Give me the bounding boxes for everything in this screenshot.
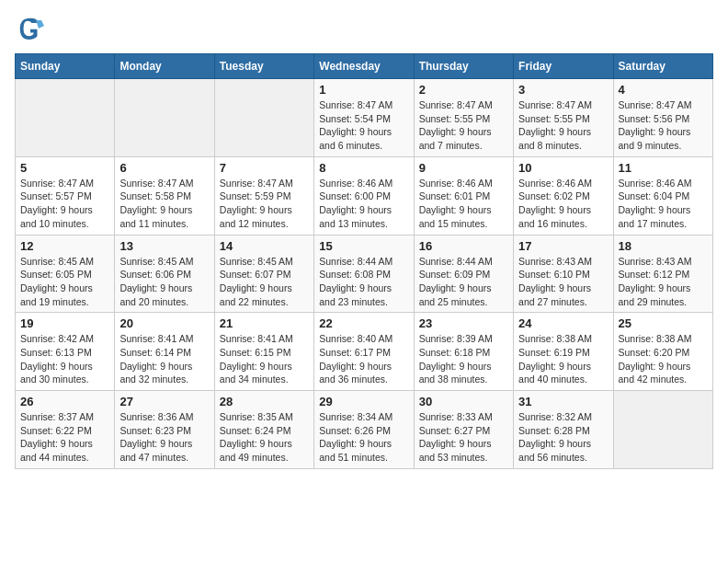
day-info: Sunrise: 8:32 AM Sunset: 6:28 PM Dayligh…: [518, 410, 608, 465]
day-number: 12: [20, 239, 109, 253]
day-number: 23: [419, 316, 508, 330]
day-info: Sunrise: 8:34 AM Sunset: 6:26 PM Dayligh…: [319, 410, 408, 465]
day-number: 30: [419, 395, 508, 408]
day-info: Sunrise: 8:33 AM Sunset: 6:27 PM Dayligh…: [419, 410, 508, 465]
calendar-cell: 26Sunrise: 8:37 AM Sunset: 6:22 PM Dayli…: [16, 391, 115, 469]
day-number: 18: [619, 239, 708, 253]
calendar-cell: [613, 391, 712, 469]
calendar-cell: 9Sunrise: 8:46 AM Sunset: 6:01 PM Daylig…: [414, 156, 513, 235]
day-info: Sunrise: 8:43 AM Sunset: 6:10 PM Dayligh…: [518, 255, 608, 309]
day-info: Sunrise: 8:45 AM Sunset: 6:05 PM Dayligh…: [20, 255, 109, 309]
day-info: Sunrise: 8:44 AM Sunset: 6:08 PM Dayligh…: [319, 255, 408, 309]
day-number: 25: [619, 316, 708, 330]
day-info: Sunrise: 8:47 AM Sunset: 5:56 PM Dayligh…: [619, 98, 708, 153]
calendar-cell: 8Sunrise: 8:46 AM Sunset: 6:00 PM Daylig…: [314, 156, 414, 235]
calendar-cell: 25Sunrise: 8:38 AM Sunset: 6:20 PM Dayli…: [613, 313, 712, 391]
calendar-cell: 19Sunrise: 8:42 AM Sunset: 6:13 PM Dayli…: [16, 313, 115, 391]
calendar-header-saturday: Saturday: [613, 54, 712, 79]
day-info: Sunrise: 8:38 AM Sunset: 6:20 PM Dayligh…: [619, 332, 708, 386]
day-info: Sunrise: 8:47 AM Sunset: 5:58 PM Dayligh…: [119, 177, 209, 231]
day-info: Sunrise: 8:44 AM Sunset: 6:09 PM Dayligh…: [419, 255, 508, 309]
day-number: 24: [518, 316, 608, 330]
day-number: 19: [20, 316, 109, 330]
calendar-cell: 15Sunrise: 8:44 AM Sunset: 6:08 PM Dayli…: [314, 235, 414, 313]
calendar-cell: 7Sunrise: 8:47 AM Sunset: 5:59 PM Daylig…: [214, 156, 313, 235]
day-number: 1: [319, 83, 408, 97]
day-info: Sunrise: 8:40 AM Sunset: 6:17 PM Dayligh…: [319, 332, 408, 386]
day-info: Sunrise: 8:45 AM Sunset: 6:06 PM Dayligh…: [119, 255, 209, 309]
day-info: Sunrise: 8:46 AM Sunset: 6:02 PM Dayligh…: [518, 177, 608, 231]
day-number: 8: [319, 161, 408, 175]
day-info: Sunrise: 8:39 AM Sunset: 6:18 PM Dayligh…: [419, 332, 508, 386]
day-number: 14: [220, 239, 309, 253]
calendar-cell: 12Sunrise: 8:45 AM Sunset: 6:05 PM Dayli…: [16, 235, 115, 313]
day-info: Sunrise: 8:46 AM Sunset: 6:00 PM Dayligh…: [319, 177, 408, 231]
day-info: Sunrise: 8:45 AM Sunset: 6:07 PM Dayligh…: [220, 255, 309, 309]
calendar-cell: 2Sunrise: 8:47 AM Sunset: 5:55 PM Daylig…: [414, 79, 513, 157]
day-info: Sunrise: 8:42 AM Sunset: 6:13 PM Dayligh…: [20, 332, 109, 386]
logo: [15, 15, 44, 46]
day-info: Sunrise: 8:41 AM Sunset: 6:14 PM Dayligh…: [119, 332, 209, 386]
calendar-cell: [115, 79, 214, 157]
calendar-week-row: 1Sunrise: 8:47 AM Sunset: 5:54 PM Daylig…: [16, 79, 713, 157]
page-header: [15, 15, 713, 46]
day-number: 3: [518, 83, 608, 97]
day-info: Sunrise: 8:46 AM Sunset: 6:01 PM Dayligh…: [419, 177, 508, 231]
day-info: Sunrise: 8:41 AM Sunset: 6:15 PM Dayligh…: [220, 332, 309, 386]
day-info: Sunrise: 8:36 AM Sunset: 6:23 PM Dayligh…: [119, 410, 209, 465]
day-info: Sunrise: 8:47 AM Sunset: 5:55 PM Dayligh…: [518, 98, 608, 153]
calendar-week-row: 19Sunrise: 8:42 AM Sunset: 6:13 PM Dayli…: [16, 313, 713, 391]
calendar-header-tuesday: Tuesday: [214, 54, 313, 79]
day-info: Sunrise: 8:37 AM Sunset: 6:22 PM Dayligh…: [20, 410, 109, 465]
calendar-week-row: 12Sunrise: 8:45 AM Sunset: 6:05 PM Dayli…: [16, 235, 713, 313]
calendar-header-friday: Friday: [514, 54, 613, 79]
day-info: Sunrise: 8:47 AM Sunset: 5:59 PM Dayligh…: [220, 177, 309, 231]
calendar-header-sunday: Sunday: [16, 54, 115, 79]
calendar-cell: 23Sunrise: 8:39 AM Sunset: 6:18 PM Dayli…: [414, 313, 513, 391]
day-info: Sunrise: 8:46 AM Sunset: 6:04 PM Dayligh…: [619, 177, 708, 231]
calendar-cell: 30Sunrise: 8:33 AM Sunset: 6:27 PM Dayli…: [414, 391, 513, 469]
calendar-cell: [214, 79, 313, 157]
day-number: 9: [419, 161, 508, 175]
calendar-cell: 17Sunrise: 8:43 AM Sunset: 6:10 PM Dayli…: [514, 235, 613, 313]
calendar-cell: 31Sunrise: 8:32 AM Sunset: 6:28 PM Dayli…: [514, 391, 613, 469]
calendar-header-thursday: Thursday: [414, 54, 513, 79]
day-number: 2: [419, 83, 508, 97]
day-info: Sunrise: 8:47 AM Sunset: 5:54 PM Dayligh…: [319, 98, 408, 153]
calendar-cell: 4Sunrise: 8:47 AM Sunset: 5:56 PM Daylig…: [613, 79, 712, 157]
day-number: 28: [220, 395, 309, 408]
calendar-header-row: SundayMondayTuesdayWednesdayThursdayFrid…: [16, 54, 713, 79]
day-number: 17: [518, 239, 608, 253]
day-info: Sunrise: 8:47 AM Sunset: 5:55 PM Dayligh…: [419, 98, 508, 153]
day-number: 26: [20, 395, 109, 408]
calendar-table: SundayMondayTuesdayWednesdayThursdayFrid…: [15, 53, 713, 469]
calendar-cell: 16Sunrise: 8:44 AM Sunset: 6:09 PM Dayli…: [414, 235, 513, 313]
day-info: Sunrise: 8:35 AM Sunset: 6:24 PM Dayligh…: [220, 410, 309, 465]
day-number: 10: [518, 161, 608, 175]
day-number: 4: [619, 83, 708, 97]
day-info: Sunrise: 8:43 AM Sunset: 6:12 PM Dayligh…: [619, 255, 708, 309]
day-number: 16: [419, 239, 508, 253]
calendar-cell: 11Sunrise: 8:46 AM Sunset: 6:04 PM Dayli…: [613, 156, 712, 235]
calendar-cell: 27Sunrise: 8:36 AM Sunset: 6:23 PM Dayli…: [115, 391, 214, 469]
day-number: 13: [119, 239, 209, 253]
calendar-header-wednesday: Wednesday: [314, 54, 414, 79]
day-info: Sunrise: 8:47 AM Sunset: 5:57 PM Dayligh…: [20, 177, 109, 231]
day-number: 20: [119, 316, 209, 330]
day-number: 22: [319, 316, 408, 330]
logo-icon: [17, 15, 44, 42]
day-number: 29: [319, 395, 408, 408]
day-number: 5: [20, 161, 109, 175]
calendar-cell: 28Sunrise: 8:35 AM Sunset: 6:24 PM Dayli…: [214, 391, 313, 469]
day-number: 27: [119, 395, 209, 408]
calendar-cell: 29Sunrise: 8:34 AM Sunset: 6:26 PM Dayli…: [314, 391, 414, 469]
day-number: 6: [119, 161, 209, 175]
day-number: 7: [220, 161, 309, 175]
calendar-cell: 21Sunrise: 8:41 AM Sunset: 6:15 PM Dayli…: [214, 313, 313, 391]
calendar-cell: [16, 79, 115, 157]
calendar-cell: 10Sunrise: 8:46 AM Sunset: 6:02 PM Dayli…: [514, 156, 613, 235]
calendar-cell: 14Sunrise: 8:45 AM Sunset: 6:07 PM Dayli…: [214, 235, 313, 313]
calendar-cell: 1Sunrise: 8:47 AM Sunset: 5:54 PM Daylig…: [314, 79, 414, 157]
calendar-cell: 3Sunrise: 8:47 AM Sunset: 5:55 PM Daylig…: [514, 79, 613, 157]
day-number: 11: [619, 161, 708, 175]
